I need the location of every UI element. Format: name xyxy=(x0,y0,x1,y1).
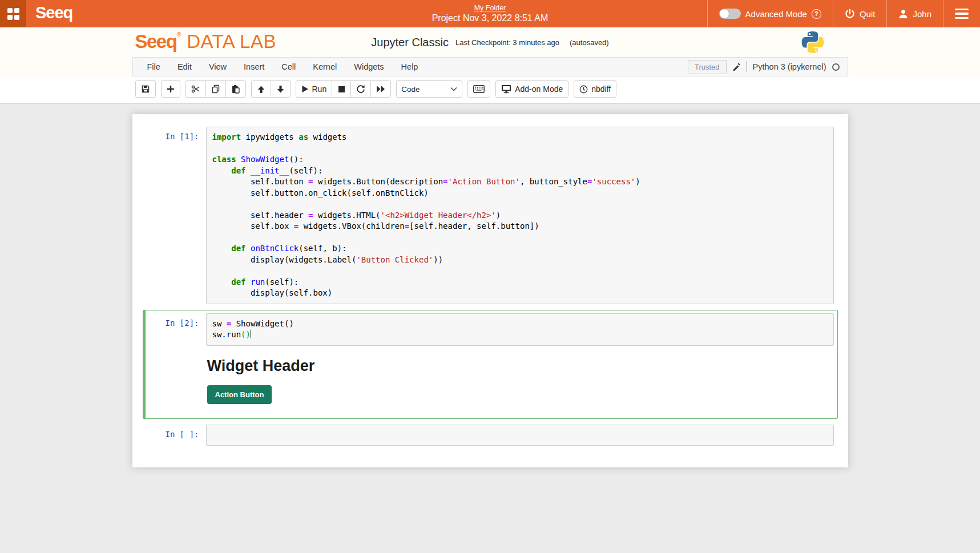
advanced-mode-toggle[interactable] xyxy=(719,9,741,19)
cell-type-value: Code xyxy=(401,85,420,94)
advanced-mode-label: Advanced Mode xyxy=(745,9,807,19)
user-name: John xyxy=(913,9,931,19)
user-menu[interactable]: John xyxy=(886,0,943,27)
code-token: self.box xyxy=(212,221,294,231)
edit-pencil-icon[interactable] xyxy=(732,63,741,71)
quit-button[interactable]: Quit xyxy=(833,0,887,27)
header-band: Seeq® DATA LAB Jupyter Classic Last Chec… xyxy=(0,27,980,57)
menu-insert[interactable]: Insert xyxy=(235,62,273,71)
code-token: sw.run xyxy=(212,330,241,339)
paste-button[interactable] xyxy=(225,80,246,98)
run-button[interactable]: Run xyxy=(296,80,333,98)
advanced-mode-section: Advanced Mode ? xyxy=(707,0,833,27)
code-line: display(self.box) xyxy=(212,288,828,299)
notebook-cell[interactable]: In [2]:sw = ShowWidget()sw.run()Widget H… xyxy=(143,310,838,419)
code-token: self.header xyxy=(212,211,309,220)
plus-icon xyxy=(167,85,175,93)
widget-action-button[interactable]: Action Button xyxy=(207,385,272,404)
code-token: display(widgets.Label( xyxy=(212,255,357,264)
menu-kernel[interactable]: Kernel xyxy=(304,62,345,71)
code-token: widgets.HTML( xyxy=(313,211,381,220)
copy-button[interactable] xyxy=(205,80,226,98)
notebook-cell[interactable]: In [1]:import ipywidgets as widgets clas… xyxy=(143,123,838,308)
code-token: as xyxy=(299,132,308,142)
menubar-right: Trusted Python 3 (ipykernel) xyxy=(688,60,842,74)
trusted-badge: Trusted xyxy=(688,60,727,74)
code-line: sw.run() xyxy=(212,329,828,341)
nbdiff-button[interactable]: nbdiff xyxy=(574,80,616,98)
help-icon[interactable]: ? xyxy=(812,9,821,19)
move-cell-down-button[interactable] xyxy=(271,80,291,98)
code-token xyxy=(212,244,232,253)
code-token: def xyxy=(231,244,245,253)
restart-kernel-button[interactable] xyxy=(350,80,371,98)
code-line: def run(self): xyxy=(212,277,828,288)
refresh-icon xyxy=(356,84,365,94)
notebook-cell[interactable]: In [ ]: xyxy=(143,421,838,450)
code-input[interactable]: sw = ShowWidget()sw.run() xyxy=(206,313,834,346)
menu-view[interactable]: View xyxy=(200,62,235,71)
toolbar-row: Run Code xyxy=(0,76,980,104)
breadcrumb-my-folder[interactable]: My Folder xyxy=(474,4,506,12)
cut-button[interactable] xyxy=(185,80,206,98)
app-switcher-button[interactable] xyxy=(0,0,26,27)
code-token: = xyxy=(443,177,447,186)
hamburger-menu-button[interactable] xyxy=(943,0,980,27)
addon-mode-button[interactable]: Add-on Mode xyxy=(495,80,568,98)
restart-run-all-button[interactable] xyxy=(370,80,391,98)
code-token: (self): xyxy=(289,166,322,175)
code-token: = xyxy=(308,211,313,220)
code-token: def xyxy=(231,166,245,175)
seeq-logo[interactable]: Seeq xyxy=(26,0,72,27)
play-icon xyxy=(301,85,309,93)
move-cell-up-button[interactable] xyxy=(251,80,271,98)
code-input[interactable] xyxy=(206,425,834,446)
code-line: self.button.on_click(self.onBtnClick) xyxy=(212,188,828,199)
code-line: self.box = widgets.VBox(children=[self.h… xyxy=(212,221,828,232)
code-token: ipywidgets xyxy=(241,132,299,142)
scissors-icon xyxy=(191,84,200,94)
text-cursor xyxy=(251,330,251,338)
code-token xyxy=(212,166,232,175)
code-token: = xyxy=(308,177,313,186)
code-token: widgets.Button(description xyxy=(313,177,443,186)
notebook-title[interactable]: Jupyter Classic xyxy=(371,36,449,49)
menu-file[interactable]: File xyxy=(139,62,169,71)
cell-type-dropdown[interactable]: Code xyxy=(396,80,462,98)
code-line xyxy=(212,430,828,441)
widget-header-text: Widget Header xyxy=(207,357,820,375)
code-token: (self): xyxy=(265,277,299,286)
menu-cell[interactable]: Cell xyxy=(273,62,304,71)
code-token: = xyxy=(227,319,231,328)
code-token: display(self.box) xyxy=(212,288,333,297)
user-icon xyxy=(898,9,908,19)
code-line xyxy=(212,143,828,155)
top-app-bar: Seeq My Folder Project Nov 3, 2022 8:51 … xyxy=(0,0,980,27)
notebook-scroll-area[interactable]: In [1]:import ipywidgets as widgets clas… xyxy=(0,104,980,553)
code-input[interactable]: import ipywidgets as widgets class ShowW… xyxy=(206,127,834,304)
menubar-wrap: File Edit View Insert Cell Kernel Widget… xyxy=(0,57,980,76)
code-token: ) xyxy=(635,177,640,186)
notebook-title-area: Jupyter Classic Last Checkpoint: 3 minut… xyxy=(132,27,848,57)
interrupt-kernel-button[interactable] xyxy=(332,80,351,98)
code-token xyxy=(246,277,251,286)
run-label: Run xyxy=(312,84,327,94)
menu-edit[interactable]: Edit xyxy=(169,62,200,71)
add-cell-button[interactable] xyxy=(161,80,180,98)
autosave-status: (autosaved) xyxy=(570,38,609,47)
command-palette-button[interactable] xyxy=(467,80,490,98)
paste-icon xyxy=(231,84,240,94)
project-title: Project Nov 3, 2022 8:51 AM xyxy=(432,13,549,23)
save-button[interactable] xyxy=(135,80,156,98)
cell-input-row: In [1]:import ipywidgets as widgets clas… xyxy=(146,127,837,304)
clock-icon xyxy=(579,85,588,94)
menu-help[interactable]: Help xyxy=(393,62,427,71)
stop-icon xyxy=(338,86,345,93)
menubar-divider xyxy=(747,61,747,72)
code-line: self.header = widgets.HTML('<h2>Widget H… xyxy=(212,210,828,221)
code-token: = xyxy=(405,221,409,231)
topbar-right: Advanced Mode ? Quit John xyxy=(707,0,980,27)
code-token: , button_style xyxy=(520,177,587,186)
kernel-name: Python 3 (ipykernel) xyxy=(753,62,826,71)
menu-widgets[interactable]: Widgets xyxy=(345,62,392,71)
